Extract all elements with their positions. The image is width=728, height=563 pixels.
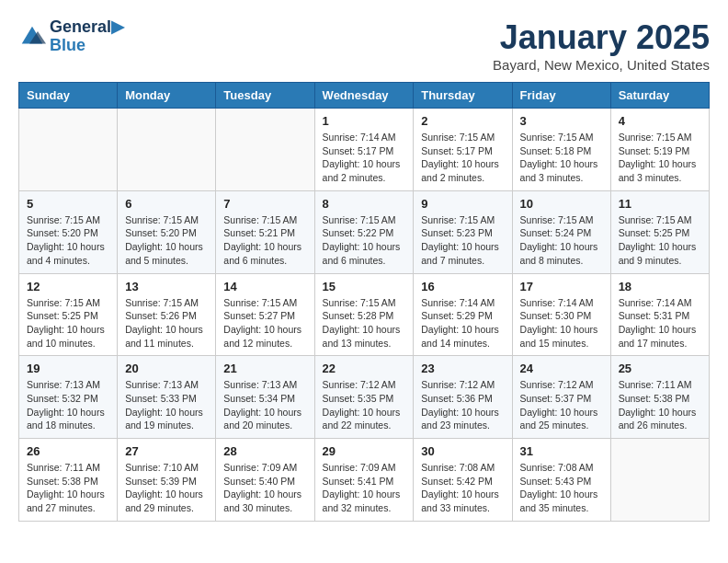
calendar-cell: 20Sunrise: 7:13 AM Sunset: 5:33 PM Dayli… xyxy=(118,356,216,439)
calendar-cell: 21Sunrise: 7:13 AM Sunset: 5:34 PM Dayli… xyxy=(216,356,314,439)
day-info: Sunrise: 7:15 AM Sunset: 5:25 PM Dayligh… xyxy=(27,296,109,350)
weekday-header-tuesday: Tuesday xyxy=(216,83,314,109)
day-info: Sunrise: 7:08 AM Sunset: 5:42 PM Dayligh… xyxy=(421,461,504,515)
calendar-cell: 6Sunrise: 7:15 AM Sunset: 5:20 PM Daylig… xyxy=(118,190,216,273)
day-info: Sunrise: 7:09 AM Sunset: 5:41 PM Dayligh… xyxy=(323,461,406,515)
calendar-week-5: 26Sunrise: 7:11 AM Sunset: 5:38 PM Dayli… xyxy=(19,439,710,522)
day-number: 5 xyxy=(27,197,109,211)
calendar-cell xyxy=(19,109,118,191)
day-number: 4 xyxy=(619,114,701,128)
calendar-cell: 14Sunrise: 7:15 AM Sunset: 5:27 PM Dayli… xyxy=(216,273,314,356)
calendar-cell: 18Sunrise: 7:14 AM Sunset: 5:31 PM Dayli… xyxy=(610,273,709,356)
calendar-cell: 23Sunrise: 7:12 AM Sunset: 5:36 PM Dayli… xyxy=(414,356,512,439)
day-number: 9 xyxy=(421,197,504,211)
calendar-cell: 12Sunrise: 7:15 AM Sunset: 5:25 PM Dayli… xyxy=(19,273,118,356)
weekday-header-saturday: Saturday xyxy=(610,83,709,109)
day-info: Sunrise: 7:15 AM Sunset: 5:17 PM Dayligh… xyxy=(421,131,504,185)
day-info: Sunrise: 7:13 AM Sunset: 5:32 PM Dayligh… xyxy=(27,378,109,432)
weekday-header-thursday: Thursday xyxy=(414,83,512,109)
calendar-cell: 19Sunrise: 7:13 AM Sunset: 5:32 PM Dayli… xyxy=(19,356,118,439)
calendar-cell: 3Sunrise: 7:15 AM Sunset: 5:18 PM Daylig… xyxy=(512,109,610,191)
day-number: 30 xyxy=(421,444,504,458)
day-number: 26 xyxy=(27,444,109,458)
day-number: 25 xyxy=(619,362,701,375)
day-info: Sunrise: 7:14 AM Sunset: 5:17 PM Dayligh… xyxy=(323,131,406,185)
day-number: 1 xyxy=(323,114,406,128)
day-number: 6 xyxy=(125,197,208,211)
calendar-cell: 2Sunrise: 7:15 AM Sunset: 5:17 PM Daylig… xyxy=(414,109,512,191)
day-number: 28 xyxy=(223,444,306,458)
day-number: 2 xyxy=(421,114,504,128)
weekday-header-row: SundayMondayTuesdayWednesdayThursdayFrid… xyxy=(19,83,710,109)
page-header: General▶ Blue January 2025 Bayard, New M… xyxy=(18,18,710,73)
day-number: 23 xyxy=(421,362,504,375)
day-info: Sunrise: 7:09 AM Sunset: 5:40 PM Dayligh… xyxy=(223,461,306,515)
calendar-cell: 28Sunrise: 7:09 AM Sunset: 5:40 PM Dayli… xyxy=(216,439,314,522)
day-number: 19 xyxy=(27,362,109,375)
day-info: Sunrise: 7:12 AM Sunset: 5:36 PM Dayligh… xyxy=(421,378,504,432)
day-number: 20 xyxy=(125,362,208,375)
weekday-header-wednesday: Wednesday xyxy=(314,83,414,109)
calendar-week-3: 12Sunrise: 7:15 AM Sunset: 5:25 PM Dayli… xyxy=(19,273,710,356)
calendar-cell: 11Sunrise: 7:15 AM Sunset: 5:25 PM Dayli… xyxy=(610,190,709,273)
day-number: 12 xyxy=(27,280,109,293)
calendar-cell: 15Sunrise: 7:15 AM Sunset: 5:28 PM Dayli… xyxy=(314,273,414,356)
calendar-cell: 16Sunrise: 7:14 AM Sunset: 5:29 PM Dayli… xyxy=(414,273,512,356)
day-number: 31 xyxy=(520,444,603,458)
day-number: 29 xyxy=(323,444,406,458)
day-info: Sunrise: 7:15 AM Sunset: 5:24 PM Dayligh… xyxy=(520,213,603,268)
calendar-cell xyxy=(216,109,314,191)
weekday-header-monday: Monday xyxy=(118,83,216,109)
day-number: 10 xyxy=(520,197,603,211)
calendar-cell: 30Sunrise: 7:08 AM Sunset: 5:42 PM Dayli… xyxy=(414,439,512,522)
day-number: 17 xyxy=(520,280,603,293)
calendar-cell: 1Sunrise: 7:14 AM Sunset: 5:17 PM Daylig… xyxy=(314,109,414,191)
calendar-cell xyxy=(118,109,216,191)
day-info: Sunrise: 7:15 AM Sunset: 5:19 PM Dayligh… xyxy=(619,131,701,185)
logo: General▶ Blue xyxy=(18,18,124,55)
day-info: Sunrise: 7:15 AM Sunset: 5:26 PM Dayligh… xyxy=(125,296,208,350)
day-info: Sunrise: 7:12 AM Sunset: 5:35 PM Dayligh… xyxy=(323,378,406,432)
day-info: Sunrise: 7:15 AM Sunset: 5:20 PM Dayligh… xyxy=(125,213,208,268)
day-number: 14 xyxy=(223,280,306,293)
calendar-cell: 24Sunrise: 7:12 AM Sunset: 5:37 PM Dayli… xyxy=(512,356,610,439)
month-title: January 2025 xyxy=(493,18,710,57)
day-info: Sunrise: 7:15 AM Sunset: 5:28 PM Dayligh… xyxy=(323,296,406,350)
calendar-cell: 22Sunrise: 7:12 AM Sunset: 5:35 PM Dayli… xyxy=(314,356,414,439)
calendar-cell: 29Sunrise: 7:09 AM Sunset: 5:41 PM Dayli… xyxy=(314,439,414,522)
calendar-cell: 10Sunrise: 7:15 AM Sunset: 5:24 PM Dayli… xyxy=(512,190,610,273)
calendar-week-2: 5Sunrise: 7:15 AM Sunset: 5:20 PM Daylig… xyxy=(19,190,710,273)
day-number: 11 xyxy=(619,197,701,211)
calendar-cell: 8Sunrise: 7:15 AM Sunset: 5:22 PM Daylig… xyxy=(314,190,414,273)
calendar-cell xyxy=(610,439,709,522)
calendar-cell: 9Sunrise: 7:15 AM Sunset: 5:23 PM Daylig… xyxy=(414,190,512,273)
day-info: Sunrise: 7:11 AM Sunset: 5:38 PM Dayligh… xyxy=(619,378,701,432)
day-info: Sunrise: 7:15 AM Sunset: 5:25 PM Dayligh… xyxy=(619,213,701,268)
weekday-header-sunday: Sunday xyxy=(19,83,118,109)
weekday-header-friday: Friday xyxy=(512,83,610,109)
calendar-cell: 26Sunrise: 7:11 AM Sunset: 5:38 PM Dayli… xyxy=(19,439,118,522)
calendar-cell: 27Sunrise: 7:10 AM Sunset: 5:39 PM Dayli… xyxy=(118,439,216,522)
day-number: 21 xyxy=(223,362,306,375)
day-info: Sunrise: 7:14 AM Sunset: 5:29 PM Dayligh… xyxy=(421,296,504,350)
day-number: 27 xyxy=(125,444,208,458)
logo-icon xyxy=(18,23,46,51)
day-info: Sunrise: 7:15 AM Sunset: 5:20 PM Dayligh… xyxy=(27,213,109,268)
calendar-table: SundayMondayTuesdayWednesdayThursdayFrid… xyxy=(18,82,710,522)
calendar-week-4: 19Sunrise: 7:13 AM Sunset: 5:32 PM Dayli… xyxy=(19,356,710,439)
day-info: Sunrise: 7:15 AM Sunset: 5:18 PM Dayligh… xyxy=(520,131,603,185)
day-info: Sunrise: 7:15 AM Sunset: 5:21 PM Dayligh… xyxy=(223,213,306,268)
day-info: Sunrise: 7:11 AM Sunset: 5:38 PM Dayligh… xyxy=(27,461,109,515)
logo-text: General▶ Blue xyxy=(50,18,124,55)
day-info: Sunrise: 7:15 AM Sunset: 5:23 PM Dayligh… xyxy=(421,213,504,268)
day-info: Sunrise: 7:12 AM Sunset: 5:37 PM Dayligh… xyxy=(520,378,603,432)
day-number: 16 xyxy=(421,280,504,293)
title-block: January 2025 Bayard, New Mexico, United … xyxy=(493,18,710,73)
day-info: Sunrise: 7:14 AM Sunset: 5:31 PM Dayligh… xyxy=(619,296,701,350)
day-info: Sunrise: 7:14 AM Sunset: 5:30 PM Dayligh… xyxy=(520,296,603,350)
day-number: 13 xyxy=(125,280,208,293)
day-info: Sunrise: 7:15 AM Sunset: 5:27 PM Dayligh… xyxy=(223,296,306,350)
calendar-cell: 31Sunrise: 7:08 AM Sunset: 5:43 PM Dayli… xyxy=(512,439,610,522)
day-info: Sunrise: 7:08 AM Sunset: 5:43 PM Dayligh… xyxy=(520,461,603,515)
location-subtitle: Bayard, New Mexico, United States xyxy=(493,57,710,73)
